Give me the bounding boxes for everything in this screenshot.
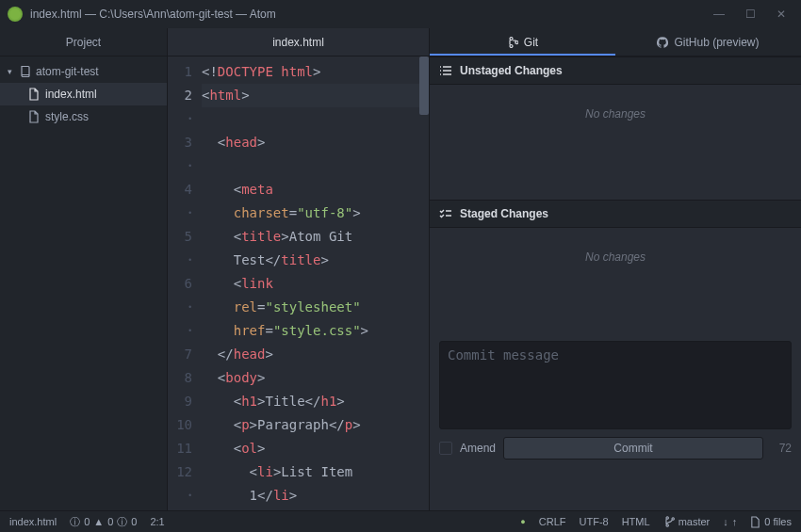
status-fetch[interactable]: ↓ ↑	[723, 516, 737, 527]
tree-root-label: atom-git-test	[36, 65, 99, 78]
status-branch[interactable]: master	[663, 516, 711, 527]
gutter: 12•3•4•5•6••789101112•13•	[168, 56, 202, 510]
unstaged-title: Unstaged Changes	[460, 64, 563, 77]
status-file[interactable]: index.html	[9, 516, 57, 527]
code-area[interactable]: <!DOCTYPE html><html> <head> <meta chars…	[202, 56, 429, 510]
warning-icon: ▲	[93, 516, 104, 527]
editor-body[interactable]: 12•3•4•5•6••789101112•13• <!DOCTYPE html…	[168, 56, 429, 510]
status-diagnostics[interactable]: ⓘ0 ▲0 ⓘ0	[70, 515, 137, 529]
staged-empty: No changes	[585, 250, 646, 264]
title-bar: index.html — C:\Users\Ann\atom-git-test …	[0, 0, 801, 28]
arrow-up-icon: ↑	[732, 516, 738, 527]
git-tabs: Git GitHub (preview)	[430, 28, 801, 56]
status-grammar[interactable]: HTML	[622, 516, 650, 527]
commit-char-count: 72	[771, 442, 792, 455]
staged-body: No changes	[430, 228, 801, 331]
tree-file-label: style.css	[45, 110, 89, 123]
list-icon	[439, 65, 452, 76]
unstaged-header[interactable]: Unstaged Changes	[430, 56, 801, 85]
tab-github-label: GitHub (preview)	[674, 36, 759, 49]
project-pane: Project ▾ atom-git-test index.html style…	[0, 28, 168, 510]
project-header: Project	[0, 28, 167, 56]
tree-file-label: index.html	[45, 88, 97, 101]
file-icon	[28, 88, 45, 101]
error-icon: ⓘ	[70, 515, 80, 529]
chevron-down-icon: ▾	[8, 67, 19, 76]
file-icon	[750, 516, 760, 528]
commit-message-input[interactable]: Commit message	[439, 341, 792, 429]
staged-title: Staged Changes	[460, 207, 548, 220]
check-list-icon	[439, 208, 452, 219]
atom-logo-icon	[8, 7, 23, 22]
info-icon: ⓘ	[117, 515, 127, 529]
editor-tab[interactable]: index.html	[168, 28, 429, 56]
minimize-icon[interactable]: —	[713, 8, 725, 21]
file-icon	[28, 110, 45, 123]
tree-file-index[interactable]: index.html	[0, 83, 167, 105]
window-title: index.html — C:\Users\Ann\atom-git-test …	[30, 8, 713, 21]
status-eol[interactable]: CRLF	[539, 516, 566, 527]
scrollbar[interactable]	[419, 56, 429, 115]
staged-header[interactable]: Staged Changes	[430, 200, 801, 228]
amend-label: Amend	[460, 442, 496, 455]
git-branch-icon	[663, 516, 675, 527]
amend-checkbox[interactable]	[439, 442, 452, 455]
editor-tabs: index.html	[168, 28, 429, 56]
tree-root[interactable]: ▾ atom-git-test	[0, 60, 167, 83]
arrow-down-icon: ↓	[723, 516, 728, 527]
status-files[interactable]: 0 files	[750, 516, 792, 528]
git-pane: Git GitHub (preview) Unstaged Changes No…	[430, 28, 801, 510]
git-compare-icon	[507, 37, 518, 48]
commit-button[interactable]: Commit	[503, 437, 763, 459]
close-icon[interactable]: ✕	[776, 8, 786, 21]
tab-git[interactable]: Git	[430, 28, 615, 56]
github-icon	[657, 37, 668, 48]
maximize-icon[interactable]: ☐	[745, 8, 756, 21]
status-cursor[interactable]: 2:1	[150, 516, 164, 527]
tab-git-label: Git	[524, 36, 538, 49]
tree-file-style[interactable]: style.css	[0, 105, 167, 128]
status-encoding[interactable]: UTF-8	[580, 516, 609, 527]
tab-github[interactable]: GitHub (preview)	[615, 28, 801, 56]
unstaged-body: No changes	[430, 85, 801, 200]
status-dot-icon: ●	[520, 517, 525, 526]
repo-icon	[19, 65, 36, 78]
unstaged-empty: No changes	[585, 107, 646, 121]
status-bar: index.html ⓘ0 ▲0 ⓘ0 2:1 ● CRLF UTF-8 HTM…	[0, 510, 801, 532]
editor-pane: index.html 12•3•4•5•6••789101112•13• <!D…	[168, 28, 430, 510]
